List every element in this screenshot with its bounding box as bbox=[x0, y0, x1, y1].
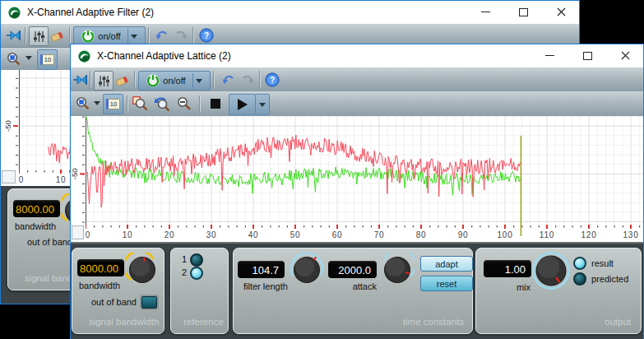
svg-text:70: 70 bbox=[374, 230, 385, 239]
axis-scale-button[interactable]: 10 bbox=[37, 49, 58, 70]
pin-window-button[interactable] bbox=[6, 28, 22, 43]
maximize-button[interactable] bbox=[512, 3, 535, 21]
reset-button[interactable]: reset bbox=[420, 276, 473, 291]
app-logo-icon bbox=[78, 50, 90, 63]
panel-output: 1.00 mix result predicted output bbox=[475, 248, 642, 334]
svg-text:30: 30 bbox=[206, 230, 217, 239]
result-led[interactable] bbox=[573, 257, 586, 270]
svg-text:120: 120 bbox=[581, 230, 596, 239]
bandwidth-display[interactable]: 8000.00 bbox=[13, 200, 60, 217]
zoom-mode-dropdown[interactable] bbox=[25, 56, 32, 60]
play-button[interactable] bbox=[229, 94, 256, 115]
play-dropdown[interactable] bbox=[255, 94, 270, 115]
panel-title: reference bbox=[171, 317, 228, 327]
axis-scale-label: 10 bbox=[40, 54, 54, 65]
svg-text:90: 90 bbox=[458, 230, 469, 239]
onoff-toggle-button[interactable]: on/off bbox=[138, 71, 211, 91]
help-button[interactable]: ? bbox=[264, 72, 280, 88]
zoom-out-icon bbox=[177, 96, 192, 111]
result-label: result bbox=[591, 258, 614, 268]
svg-text:50: 50 bbox=[290, 230, 301, 239]
svg-text:80: 80 bbox=[416, 230, 427, 239]
out-of-band-toggle[interactable] bbox=[141, 296, 157, 309]
onoff-label: on/off bbox=[98, 31, 120, 41]
attack-display[interactable]: 2000.0 bbox=[328, 261, 377, 278]
erase-button[interactable] bbox=[49, 27, 67, 44]
attack-knob[interactable] bbox=[380, 253, 415, 290]
svg-text:100: 100 bbox=[497, 230, 512, 239]
redo-icon bbox=[241, 73, 255, 86]
redo-button[interactable] bbox=[239, 72, 256, 87]
bandwidth-display[interactable]: 8000.00 bbox=[77, 259, 124, 276]
titlebar[interactable]: X-Channel Adaptive Filter (2) bbox=[1, 1, 579, 24]
predicted-led[interactable] bbox=[573, 272, 586, 286]
help-button[interactable]: ? bbox=[198, 27, 215, 44]
x-axis: 0102030405060708090100110120130 bbox=[86, 225, 643, 242]
zoom-mode-icon bbox=[76, 96, 90, 110]
zoom-out-button[interactable] bbox=[175, 95, 192, 112]
close-icon bbox=[557, 7, 566, 16]
svg-text:110: 110 bbox=[540, 230, 554, 239]
zoom-mode-icon bbox=[7, 52, 21, 66]
minimize-button[interactable] bbox=[474, 3, 497, 21]
mix-label: mix bbox=[501, 282, 530, 292]
svg-text:0: 0 bbox=[19, 175, 24, 184]
spectrum-plot[interactable] bbox=[86, 116, 643, 225]
out-of-band-label: out of band bbox=[72, 297, 137, 307]
panel-title: signal bandwidth bbox=[72, 317, 164, 327]
panel-signal-bandwidth: 8000.00 bandwidth out of band signal ban… bbox=[72, 248, 164, 334]
minimize-button[interactable] bbox=[538, 47, 561, 64]
onoff-dropdown-arrow[interactable] bbox=[131, 35, 137, 39]
axis-corner-box bbox=[72, 225, 84, 239]
filter-length-display[interactable]: 104.7 bbox=[238, 261, 285, 278]
power-icon bbox=[146, 74, 160, 87]
y-axis-gutter: -50 bbox=[71, 116, 86, 225]
svg-text:?: ? bbox=[270, 76, 275, 85]
erase-button[interactable] bbox=[114, 72, 132, 88]
close-button[interactable] bbox=[614, 47, 637, 64]
help-icon: ? bbox=[199, 28, 214, 43]
stop-button[interactable] bbox=[206, 95, 225, 112]
plot-region: -50 0102030405060708090100110120130 bbox=[71, 116, 643, 244]
maximize-button[interactable] bbox=[576, 47, 599, 64]
svg-text:10: 10 bbox=[123, 230, 133, 239]
zoom-mode-button[interactable] bbox=[5, 51, 21, 66]
mix-knob[interactable] bbox=[531, 251, 571, 294]
zoom-restore-button[interactable] bbox=[152, 95, 171, 112]
panel-title: output bbox=[605, 317, 631, 327]
parameters-button[interactable] bbox=[29, 26, 49, 46]
svg-text:130: 130 bbox=[623, 230, 638, 239]
reference-2-led[interactable] bbox=[190, 267, 203, 280]
power-icon bbox=[81, 30, 95, 43]
adapt-button[interactable]: adapt bbox=[420, 256, 473, 272]
mix-display[interactable]: 1.00 bbox=[484, 260, 531, 277]
reference-1-led[interactable] bbox=[190, 253, 203, 267]
close-button[interactable] bbox=[549, 3, 572, 21]
sliders-icon bbox=[98, 75, 110, 87]
zoom-selection-button[interactable] bbox=[131, 95, 149, 112]
help-icon: ? bbox=[265, 72, 280, 87]
axis-scale-label: 10 bbox=[106, 99, 120, 109]
undo-button[interactable] bbox=[220, 72, 236, 87]
filter-length-knob[interactable] bbox=[290, 253, 324, 290]
parameters-button[interactable] bbox=[94, 71, 114, 91]
undo-icon bbox=[221, 73, 235, 86]
onoff-label: on/off bbox=[163, 76, 185, 86]
svg-text:40: 40 bbox=[248, 230, 259, 239]
zoom-mode-dropdown[interactable] bbox=[94, 101, 100, 105]
pin-window-button[interactable] bbox=[72, 72, 89, 87]
bandwidth-knob[interactable] bbox=[125, 253, 160, 290]
panel-time-constants: 104.7 filter length 2000.0 bbox=[233, 248, 473, 334]
undo-button[interactable] bbox=[153, 28, 169, 43]
window-title: X-Channel Adaptive Lattice (2) bbox=[97, 50, 231, 62]
play-icon bbox=[238, 99, 248, 110]
axis-scale-button[interactable]: 10 bbox=[103, 94, 123, 114]
y-axis-gutter: -50 bbox=[1, 70, 19, 170]
eraser-icon bbox=[49, 29, 66, 43]
zoom-mode-button[interactable] bbox=[74, 95, 90, 110]
redo-button[interactable] bbox=[173, 28, 189, 43]
titlebar[interactable]: X-Channel Adaptive Lattice (2) bbox=[71, 44, 643, 67]
out-of-band-label: out of band bbox=[8, 237, 72, 247]
reference-2-label: 2 bbox=[182, 267, 187, 277]
onoff-dropdown-arrow[interactable] bbox=[196, 79, 202, 83]
